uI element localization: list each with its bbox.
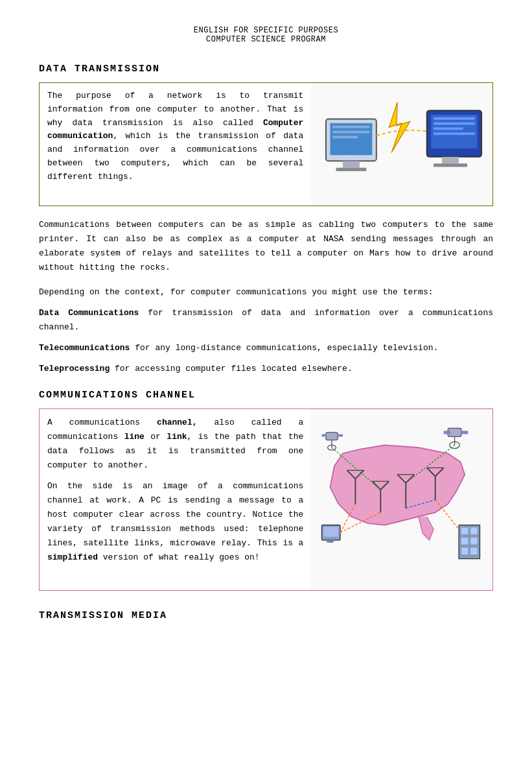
channel-text-3: or xyxy=(145,432,167,442)
body-text-data-comm: Data Communications for transmission of … xyxy=(39,306,493,335)
svg-rect-51 xyxy=(471,538,478,544)
data-comm-term: Data Communications xyxy=(39,308,139,318)
svg-rect-37 xyxy=(326,432,338,440)
line-bold-term: line xyxy=(124,432,145,442)
teleprocessing-term: Teleprocessing xyxy=(39,364,110,373)
channel-definition: A communications channel, also called a … xyxy=(47,416,303,473)
channel-text-1: A communications xyxy=(47,418,157,427)
channel-box-text: A communications channel, also called a … xyxy=(40,409,311,591)
satellite-map-illustration xyxy=(311,409,492,591)
body-paragraph-1: Communications between computers can be … xyxy=(39,218,493,275)
satellite-map-svg xyxy=(318,416,486,584)
body-text-1: Communications between computers can be … xyxy=(39,218,493,275)
svg-rect-5 xyxy=(333,131,370,134)
body-text-teleprocessing: Teleprocessing for accessing computer fi… xyxy=(39,362,493,376)
svg-rect-44 xyxy=(327,540,334,543)
transmission-media-title: TRANSMISSION MEDIA xyxy=(39,610,493,621)
svg-rect-48 xyxy=(461,527,468,534)
svg-rect-49 xyxy=(471,527,478,534)
svg-rect-34 xyxy=(461,431,468,434)
svg-rect-12 xyxy=(434,123,476,125)
svg-rect-33 xyxy=(444,431,450,434)
channel-desc-end: version of what really goes on! xyxy=(98,552,260,562)
box-definition-text: The purpose of a network is to transmit … xyxy=(40,83,311,206)
communications-channel-title: COMMUNICATIONS CHANNEL xyxy=(39,390,493,401)
svg-rect-38 xyxy=(322,434,327,436)
svg-rect-4 xyxy=(333,126,370,128)
svg-rect-9 xyxy=(442,157,459,163)
link-bold-term: link xyxy=(167,432,187,442)
svg-rect-10 xyxy=(434,163,468,167)
svg-rect-43 xyxy=(323,527,338,537)
computer-illustration xyxy=(311,83,492,206)
teleprocessing-rest: for accessing computer files located els… xyxy=(110,364,352,373)
computer-svg-image xyxy=(318,89,486,199)
header-line2: COMPUTER SCIENCE PROGRAM xyxy=(39,35,493,44)
channel-bold-term: channel, xyxy=(157,418,197,427)
svg-rect-53 xyxy=(471,547,478,554)
simplified-bold-term: simplified xyxy=(47,552,98,562)
data-transmission-box: The purpose of a network is to transmit … xyxy=(39,82,493,206)
body-text-telecomm: Telecommunications for any long-distance… xyxy=(39,341,493,355)
svg-rect-6 xyxy=(333,136,358,138)
svg-rect-13 xyxy=(434,127,463,130)
page-header: ENGLISH FOR SPECIFIC PURPOSES COMPUTER S… xyxy=(39,26,493,44)
svg-rect-50 xyxy=(461,538,468,544)
body-text-2: Depending on the context, for computer c… xyxy=(39,285,493,300)
svg-rect-14 xyxy=(434,132,476,135)
data-transmission-title: DATA TRANSMISSION xyxy=(39,64,493,75)
svg-rect-11 xyxy=(434,117,476,120)
body-paragraph-2: Depending on the context, for computer c… xyxy=(39,285,493,376)
svg-rect-3 xyxy=(336,168,367,171)
svg-rect-39 xyxy=(338,434,343,436)
svg-rect-52 xyxy=(461,547,468,554)
svg-rect-2 xyxy=(343,161,360,167)
svg-marker-15 xyxy=(389,102,410,152)
telecomm-rest: for any long-distance communications, es… xyxy=(130,343,438,353)
channel-description: On the side is an image of a communicati… xyxy=(47,479,303,565)
header-line1: ENGLISH FOR SPECIFIC PURPOSES xyxy=(39,26,493,35)
telecomm-term: Telecommunications xyxy=(39,343,130,353)
channel-desc-text: On the side is an image of a communicati… xyxy=(47,481,303,548)
communications-channel-box: A communications channel, also called a … xyxy=(39,409,493,591)
